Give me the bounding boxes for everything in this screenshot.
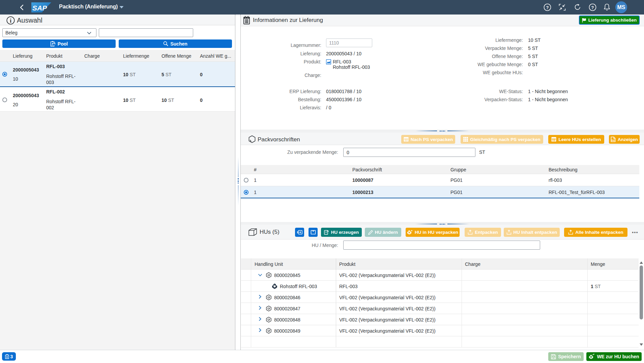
svg-text:?: ?	[591, 5, 594, 10]
svg-text:?: ?	[546, 5, 549, 10]
svg-text:i: i	[10, 18, 11, 24]
svg-text:SAP: SAP	[32, 4, 47, 12]
svg-text:PDF: PDF	[611, 139, 615, 141]
